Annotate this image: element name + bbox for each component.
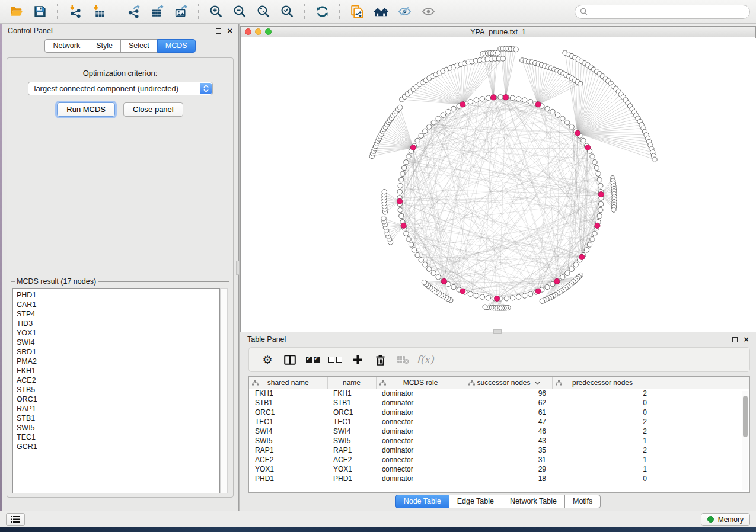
network-node[interactable]	[402, 165, 407, 170]
network-node[interactable]	[486, 95, 490, 100]
network-node[interactable]	[516, 294, 521, 299]
network-node[interactable]	[528, 100, 532, 104]
network-node[interactable]	[599, 201, 604, 206]
table-cell[interactable]: 61	[465, 408, 552, 417]
minimize-window-icon[interactable]	[255, 28, 261, 35]
mcds-result-item[interactable]: PMA2	[17, 357, 219, 366]
table-cell[interactable]: 29	[465, 464, 552, 474]
open-file-icon[interactable]	[6, 2, 26, 21]
table-cell[interactable]: 0	[552, 474, 653, 483]
mcds-result-item[interactable]: CAR1	[17, 300, 219, 309]
table-cell[interactable]: 18	[465, 474, 552, 483]
run-mcds-button[interactable]: Run MCDS	[57, 102, 115, 117]
panel-list-button[interactable]	[6, 513, 25, 526]
network-dominator-node[interactable]	[579, 254, 585, 259]
network-node[interactable]	[409, 242, 413, 247]
table-cell[interactable]: dominator	[376, 408, 465, 417]
network-node[interactable]	[415, 252, 420, 257]
table-cell[interactable]: SWI5	[327, 436, 376, 446]
column-header-MCDS-role[interactable]: MCDS role	[376, 377, 465, 389]
tab-select[interactable]: Select	[120, 39, 158, 53]
network-dominator-node[interactable]	[595, 223, 600, 228]
table-cell[interactable]: 96	[465, 389, 552, 398]
network-node[interactable]	[468, 291, 473, 296]
table-cell[interactable]: dominator	[376, 389, 465, 398]
network-node[interactable]	[540, 299, 544, 303]
network-node[interactable]	[436, 116, 441, 121]
network-node[interactable]	[399, 213, 404, 218]
table-row[interactable]: SWI4SWI4dominator462	[249, 427, 750, 436]
zoom-fit-icon[interactable]	[253, 2, 273, 21]
mcds-result-item[interactable]: FKH1	[17, 366, 219, 376]
table-cell[interactable]: dominator	[376, 398, 465, 408]
network-node[interactable]	[397, 190, 402, 194]
network-node[interactable]	[611, 207, 616, 212]
table-cell[interactable]	[653, 436, 750, 446]
network-node[interactable]	[398, 183, 403, 188]
column-header-successor-nodes[interactable]: successor nodes	[465, 377, 552, 389]
delete-column-icon[interactable]	[369, 354, 391, 366]
network-dominator-node[interactable]	[503, 95, 508, 100]
tab-edge-table[interactable]: Edge Table	[449, 495, 502, 508]
network-node[interactable]	[598, 183, 603, 188]
network-node[interactable]	[480, 97, 484, 101]
table-cell[interactable]: PHD1	[249, 474, 327, 483]
network-node[interactable]	[565, 271, 570, 275]
add-column-icon[interactable]	[346, 355, 369, 365]
vertical-splitter-grip[interactable]	[236, 261, 240, 275]
table-row[interactable]: PHD1PHD1dominator180	[249, 474, 750, 483]
table-scrollbar[interactable]	[742, 391, 748, 490]
horizontal-splitter-grip[interactable]	[493, 329, 502, 334]
network-dominator-node[interactable]	[585, 145, 591, 150]
show-all-icon[interactable]	[418, 2, 438, 21]
network-node[interactable]	[560, 116, 565, 121]
search-input[interactable]	[591, 8, 745, 16]
network-node[interactable]	[522, 98, 527, 102]
table-cell[interactable]: 1	[552, 455, 653, 464]
network-node[interactable]	[381, 216, 386, 221]
network-node[interactable]	[565, 120, 570, 125]
select-all-checkboxes-icon[interactable]	[301, 357, 324, 363]
network-node[interactable]	[522, 293, 527, 298]
table-row[interactable]: YOX1YOX1connector291	[249, 464, 750, 474]
table-cell[interactable]	[653, 389, 750, 398]
table-cell[interactable]: PHD1	[327, 474, 376, 483]
close-table-panel-icon[interactable]: ×	[744, 336, 749, 342]
table-cell[interactable]: ORC1	[249, 408, 327, 417]
network-node[interactable]	[404, 231, 409, 236]
network-node[interactable]	[652, 157, 657, 162]
network-node[interactable]	[441, 113, 445, 117]
network-node[interactable]	[581, 138, 586, 143]
network-node[interactable]	[406, 154, 411, 159]
network-node[interactable]	[545, 106, 550, 111]
tab-node-table[interactable]: Node Table	[395, 495, 449, 508]
mcds-result-item[interactable]: TEC1	[17, 432, 219, 442]
network-node[interactable]	[545, 284, 550, 289]
mcds-result-item[interactable]: GCR1	[17, 442, 219, 451]
import-table-icon[interactable]	[88, 2, 109, 21]
table-cell[interactable]: YOX1	[327, 464, 376, 474]
network-node[interactable]	[427, 124, 432, 129]
network-node[interactable]	[474, 98, 479, 102]
network-node[interactable]	[468, 100, 473, 104]
table-cell[interactable]: 2	[552, 427, 653, 436]
float-panel-icon[interactable]	[216, 28, 221, 34]
table-cell[interactable]: ACE2	[327, 455, 376, 464]
tab-style[interactable]: Style	[88, 39, 121, 53]
network-node[interactable]	[584, 248, 589, 252]
table-cell[interactable]: connector	[376, 455, 465, 464]
network-node[interactable]	[560, 275, 565, 280]
table-cell[interactable]: ORC1	[327, 408, 376, 417]
criterion-select[interactable]: largest connected component (undirected)	[28, 82, 213, 95]
network-dominator-node[interactable]	[410, 145, 416, 150]
mcds-result-item[interactable]: TID3	[17, 319, 219, 328]
network-node[interactable]	[397, 105, 402, 110]
network-node[interactable]	[590, 237, 595, 242]
float-table-panel-icon[interactable]	[732, 337, 738, 342]
network-node[interactable]	[412, 248, 416, 252]
tab-mcds[interactable]: MCDS	[157, 39, 196, 53]
refresh-icon[interactable]	[312, 2, 332, 21]
table-row[interactable]: ORC1ORC1dominator610	[249, 408, 750, 417]
network-node[interactable]	[419, 258, 423, 262]
table-cell[interactable]: 1	[552, 436, 653, 446]
